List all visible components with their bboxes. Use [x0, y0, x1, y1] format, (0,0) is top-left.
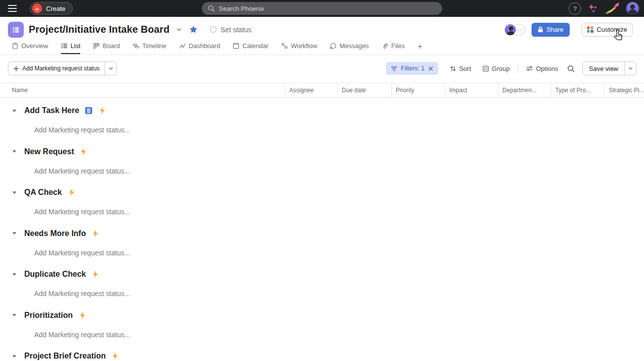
filters-chip[interactable]: Filters: 1 [386, 62, 438, 75]
clear-filter-icon[interactable] [428, 66, 433, 71]
overview-icon [12, 43, 18, 49]
collapse-triangle-icon[interactable] [12, 191, 20, 194]
user-avatar[interactable] [626, 2, 639, 15]
column-header-department[interactable]: Departmen... [498, 83, 551, 97]
group-button[interactable]: Group [483, 65, 510, 72]
rule-bolt-icon[interactable] [68, 188, 75, 196]
section-duplicate-check: Duplicate Check Add Marketing request st… [0, 267, 644, 301]
tab-messages[interactable]: Messages [330, 42, 369, 54]
rule-bolt-icon[interactable] [92, 270, 99, 278]
set-status-button[interactable]: Set status [210, 26, 251, 34]
tab-board[interactable]: Board [93, 42, 120, 54]
section-title[interactable]: Needs More Info [24, 229, 86, 238]
add-task-row[interactable]: Add Marketing request status... [0, 205, 644, 219]
save-view-dropdown[interactable] [624, 62, 636, 75]
calendar-icon [233, 43, 239, 49]
member-avatar[interactable] [504, 23, 517, 36]
add-task-row[interactable]: Add Marketing request status... [0, 123, 644, 137]
collapse-triangle-icon[interactable] [12, 232, 20, 235]
favorite-star-icon[interactable] [189, 25, 198, 34]
tab-calendar[interactable]: Calendar [233, 42, 268, 54]
phoenix-mascot-icon[interactable] [605, 2, 620, 15]
section-add-task-here: Add Task Here Add Marketing request stat… [0, 104, 644, 137]
collapse-triangle-icon[interactable] [12, 355, 20, 358]
section-title[interactable]: QA Check [24, 188, 62, 197]
section-title[interactable]: Duplicate Check [24, 270, 86, 279]
section-title[interactable]: Prioritization [24, 311, 73, 320]
search-icon [208, 5, 215, 12]
share-button[interactable]: Share [532, 23, 570, 37]
tab-list[interactable]: List [61, 42, 80, 54]
create-button[interactable]: + Create [30, 2, 73, 15]
chevron-down-icon [628, 66, 633, 71]
section-title[interactable]: New Request [24, 147, 74, 156]
board-icon [93, 43, 100, 49]
list-search-button[interactable] [567, 65, 575, 72]
section-new-request: New Request Add Marketing request status… [0, 145, 644, 178]
column-header-priority[interactable]: Priority [391, 83, 445, 97]
collapse-triangle-icon[interactable] [12, 313, 20, 317]
column-header-type-of-project[interactable]: Type of Pro... [551, 83, 604, 97]
tab-overview[interactable]: Overview [12, 42, 48, 54]
filter-icon [391, 66, 397, 71]
section-project-brief-creation: Project Brief Creation Add Marketing req… [0, 349, 644, 361]
tab-label: Workflow [291, 42, 317, 50]
add-task-row[interactable]: Add Marketing request status... [0, 246, 644, 260]
lock-icon [537, 26, 543, 33]
group-icon [483, 65, 489, 72]
filters-label: Filters: 1 [401, 65, 425, 72]
options-button[interactable]: Options [526, 65, 558, 72]
customize-grid-icon [587, 26, 593, 33]
customize-button[interactable]: Customize [582, 23, 633, 37]
title-chevron-down-icon[interactable] [176, 26, 182, 33]
section-needs-more-info: Needs More Info Add Marketing request st… [0, 227, 644, 260]
rule-bolt-icon[interactable] [79, 311, 86, 319]
tab-files[interactable]: Files [382, 42, 405, 54]
project-header: Project/Initiative Intake Board Set stat… [0, 17, 644, 42]
tab-label: Dashboard [189, 42, 220, 50]
tab-dashboard[interactable]: Dashboard [179, 42, 220, 54]
search-input[interactable]: Search Phoenix [202, 2, 442, 15]
collapse-triangle-icon[interactable] [12, 150, 20, 153]
save-view-button[interactable]: Save view [583, 61, 637, 75]
add-status-dropdown[interactable] [105, 62, 116, 75]
add-status-button[interactable]: Add Marketing request status [8, 61, 117, 75]
tab-timeline[interactable]: Timeline [133, 42, 166, 54]
rule-bolt-icon[interactable] [99, 107, 106, 115]
collapse-triangle-icon[interactable] [12, 273, 20, 276]
toolbar-divider [518, 63, 518, 73]
chevron-down-icon [108, 66, 113, 71]
view-tabs: Overview List Board Timeline Dashboard [0, 42, 644, 55]
options-label: Options [536, 65, 558, 72]
add-tab-button[interactable]: + [418, 42, 422, 54]
tab-label: Files [391, 42, 405, 50]
group-label: Group [492, 65, 510, 72]
column-header-strategic-pillar[interactable]: Strategic Pi... [604, 83, 644, 97]
column-header-name[interactable]: Name [0, 83, 285, 97]
rule-bolt-icon[interactable] [112, 352, 118, 360]
section-title[interactable]: Project Brief Creation [24, 352, 106, 361]
project-list-icon[interactable] [8, 22, 24, 38]
sort-button[interactable]: Sort [450, 65, 471, 72]
add-task-row[interactable]: Add Marketing request status... [0, 287, 644, 301]
menu-icon[interactable] [8, 4, 19, 13]
template-doc-icon[interactable] [85, 107, 93, 115]
collapse-triangle-icon[interactable] [12, 109, 20, 113]
header-actions: ··· Share Customize [504, 23, 633, 37]
column-header-impact[interactable]: Impact [445, 83, 498, 97]
rule-bolt-icon[interactable] [80, 148, 87, 156]
dashboard-icon [179, 43, 186, 49]
topbar-actions: ? [569, 2, 644, 15]
set-status-label: Set status [220, 26, 251, 34]
tab-workflow[interactable]: Workflow [281, 42, 317, 54]
list-toolbar: Add Marketing request status Filters: 1 [0, 61, 644, 76]
help-icon[interactable]: ? [569, 2, 581, 15]
add-task-row[interactable]: Add Marketing request status... [0, 328, 644, 342]
section-title[interactable]: Add Task Here [24, 106, 79, 115]
column-header-assignee[interactable]: Assignee [285, 83, 337, 97]
sort-label: Sort [459, 65, 471, 72]
add-task-row[interactable]: Add Marketing request status... [0, 164, 644, 178]
column-header-due-date[interactable]: Due date [337, 83, 391, 97]
ai-sparkles-icon[interactable] [588, 3, 598, 14]
rule-bolt-icon[interactable] [92, 230, 99, 238]
